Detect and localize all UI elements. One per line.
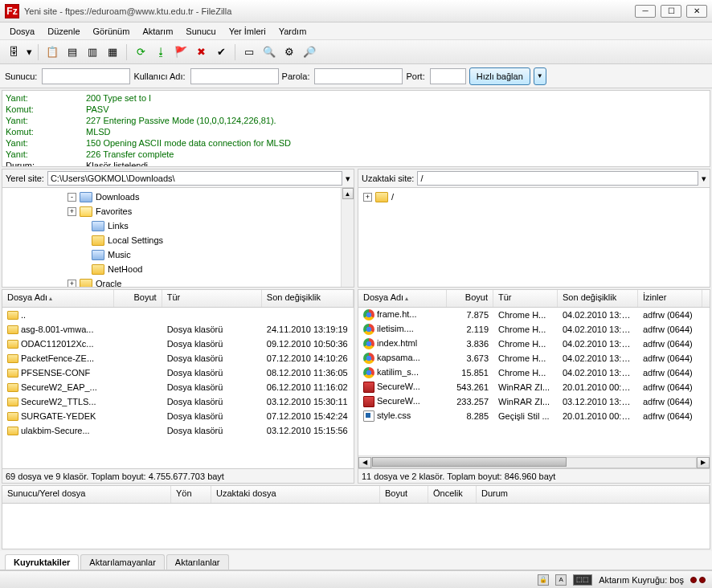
tree-node[interactable]: -Downloads xyxy=(4,190,352,204)
tree-expand-icon[interactable]: + xyxy=(68,280,76,288)
dropdown-icon[interactable]: ▾ xyxy=(346,174,350,184)
file-size: 2.119 xyxy=(447,325,493,334)
close-button[interactable]: ✕ xyxy=(686,5,707,18)
disconnect-icon[interactable]: ✖ xyxy=(192,43,210,61)
filter-icon[interactable]: ▭ xyxy=(240,43,258,61)
col-modified[interactable]: Son değişiklik xyxy=(558,290,638,307)
tree-node[interactable]: +Oracle xyxy=(4,276,352,288)
tree-node[interactable]: Music xyxy=(4,247,352,262)
file-row[interactable]: index.html3.836Chrome H...04.02.2010 13:… xyxy=(358,337,710,351)
scroll-left-icon[interactable]: ◀ xyxy=(358,457,371,468)
file-row[interactable]: iletisim....2.119Chrome H...04.02.2010 1… xyxy=(358,322,710,337)
tab-queued[interactable]: Kuyruktakiler xyxy=(5,554,79,570)
tree-node[interactable]: +/ xyxy=(360,190,708,204)
file-row[interactable]: katilim_s...15.851Chrome H...04.02.2010 … xyxy=(358,365,710,380)
scroll-right-icon[interactable]: ▶ xyxy=(697,457,710,468)
remote-tree[interactable]: +/ xyxy=(358,188,710,288)
local-tree[interactable]: -Downloads▲ +FavoritesLinksLocal Setting… xyxy=(2,188,354,288)
port-input[interactable] xyxy=(430,68,466,84)
file-row[interactable]: PacketFence-ZE...Dosya klasörü07.12.2010… xyxy=(2,351,354,365)
col-priority[interactable]: Öncelik xyxy=(428,486,477,503)
scroll-up-icon[interactable]: ▲ xyxy=(342,188,354,199)
file-row[interactable]: style.css8.285Geçişli Stil ...20.01.2010… xyxy=(358,409,710,423)
file-type: Chrome H... xyxy=(493,310,558,320)
col-modified[interactable]: Son değişiklik xyxy=(262,290,354,307)
dropdown-icon[interactable]: ▾ xyxy=(702,174,706,184)
chrome-icon xyxy=(363,309,374,321)
col-server[interactable]: Sunucu/Yerel dosya xyxy=(2,486,171,503)
file-row[interactable]: SecureW2_EAP_...Dosya klasörü06.12.2010 … xyxy=(2,380,354,394)
queue-body[interactable] xyxy=(2,504,710,549)
file-row[interactable]: asg-8.001-vmwa...Dosya klasörü24.11.2010… xyxy=(2,322,354,337)
horizontal-scrollbar[interactable]: ◀ ▶ xyxy=(358,455,710,468)
refresh-icon[interactable]: ⟳ xyxy=(132,43,149,61)
col-status[interactable]: Durum xyxy=(477,486,710,503)
file-row[interactable]: SURGATE-YEDEKDosya klasörü07.12.2010 15:… xyxy=(2,409,354,423)
col-type[interactable]: Tür xyxy=(493,290,558,307)
tree-node[interactable]: Links xyxy=(4,218,352,233)
file-name: iletisim.... xyxy=(377,324,414,333)
menu-bookmarks[interactable]: Yer İmleri xyxy=(223,25,272,38)
sitemanager-dropdown-icon[interactable]: ▾ xyxy=(25,43,33,61)
file-row[interactable]: SecureW2_TTLS...Dosya klasörü03.12.2010 … xyxy=(2,394,354,409)
file-row[interactable]: .. xyxy=(2,308,354,322)
col-size[interactable]: Boyut xyxy=(447,290,493,307)
menu-edit[interactable]: Düzenle xyxy=(41,25,86,38)
file-row[interactable]: frame.ht...7.875Chrome H...04.02.2010 13… xyxy=(358,308,710,322)
message-log[interactable]: Yanıt:200 Type set to IKomut:PASVYanıt:2… xyxy=(2,90,710,167)
tree-node[interactable]: Local Settings xyxy=(4,233,352,247)
menu-server[interactable]: Sunucu xyxy=(179,25,222,38)
toggle-remote-tree-icon[interactable]: ▥ xyxy=(84,43,101,61)
local-path-input[interactable] xyxy=(47,171,342,186)
remote-panel: Uzaktaki site: ▾ +/ Dosya Adı Boyut Tür … xyxy=(358,169,710,484)
col-size[interactable]: Boyut xyxy=(114,290,162,307)
tree-expand-icon[interactable]: + xyxy=(363,193,372,202)
tree-node[interactable]: NetHood xyxy=(4,262,352,276)
col-name[interactable]: Dosya Adı xyxy=(2,290,114,307)
file-size: 15.851 xyxy=(447,368,493,378)
tab-successful[interactable]: Aktarılanlar xyxy=(166,554,229,570)
file-row[interactable]: PFSENSE-CONFDosya klasörü08.12.2010 11:3… xyxy=(2,365,354,380)
file-row[interactable]: SecureW...233.257WinRAR ZI...03.12.2010 … xyxy=(358,394,710,409)
toggle-queue-icon[interactable]: ▦ xyxy=(104,43,121,61)
menu-file[interactable]: Dosya xyxy=(3,25,41,38)
col-remote-file[interactable]: Uzaktaki dosya xyxy=(211,486,380,503)
col-size[interactable]: Boyut xyxy=(380,486,428,503)
file-row[interactable]: SecureW...543.261WinRAR ZI...20.01.2010 … xyxy=(358,380,710,394)
file-row[interactable]: ulakbim-Secure...Dosya klasörü03.12.2010… xyxy=(2,423,354,438)
compare-icon[interactable]: 🔍 xyxy=(260,43,278,61)
local-status: 69 dosya ve 9 klasör. Toplam boyut: 4.75… xyxy=(2,469,354,484)
menu-view[interactable]: Görünüm xyxy=(87,25,137,38)
toggle-log-icon[interactable]: 📋 xyxy=(43,43,61,61)
file-row[interactable]: kapsama...3.673Chrome H...04.02.2010 13:… xyxy=(358,351,710,365)
cancel-icon[interactable]: 🚩 xyxy=(172,43,190,61)
status-bar: 🔒 A ⬚⬚ Aktarım Kuyruğu: boş xyxy=(0,570,712,588)
menu-help[interactable]: Yardım xyxy=(272,25,313,38)
toggle-local-tree-icon[interactable]: ▤ xyxy=(63,43,81,61)
sitemanager-icon[interactable]: 🗄 xyxy=(5,43,23,61)
file-row[interactable]: ODAC112012Xc...Dosya klasörü09.12.2010 1… xyxy=(2,337,354,351)
col-name[interactable]: Dosya Adı xyxy=(358,290,447,307)
pass-input[interactable] xyxy=(314,68,403,84)
menubar: Dosya Düzenle Görünüm Aktarım Sunucu Yer… xyxy=(0,22,712,40)
menu-transfer[interactable]: Aktarım xyxy=(136,25,179,38)
reconnect-icon[interactable]: ✔ xyxy=(212,43,230,61)
quickconnect-dropdown[interactable]: ▼ xyxy=(534,67,546,85)
minimize-button[interactable]: ─ xyxy=(635,5,656,18)
quickconnect-button[interactable]: Hızlı bağlan xyxy=(469,67,530,85)
host-input[interactable] xyxy=(42,68,130,84)
sync-browse-icon[interactable]: ⚙ xyxy=(280,43,298,61)
col-type[interactable]: Tür xyxy=(162,290,262,307)
tree-expand-icon[interactable]: - xyxy=(68,193,76,202)
tab-failed[interactable]: Aktarılamayanlar xyxy=(80,554,165,570)
search-icon[interactable]: 🔎 xyxy=(301,43,318,61)
tree-node[interactable]: +Favorites xyxy=(4,204,352,218)
tree-expand-icon[interactable]: + xyxy=(68,207,76,216)
col-direction[interactable]: Yön xyxy=(171,486,211,503)
file-modified: 09.12.2010 10:50:36 xyxy=(262,339,354,349)
maximize-button[interactable]: ☐ xyxy=(661,5,681,18)
user-input[interactable] xyxy=(190,68,279,84)
remote-path-input[interactable] xyxy=(417,171,698,186)
process-queue-icon[interactable]: ⭳ xyxy=(152,43,170,61)
col-perms[interactable]: İzinler xyxy=(638,290,702,307)
